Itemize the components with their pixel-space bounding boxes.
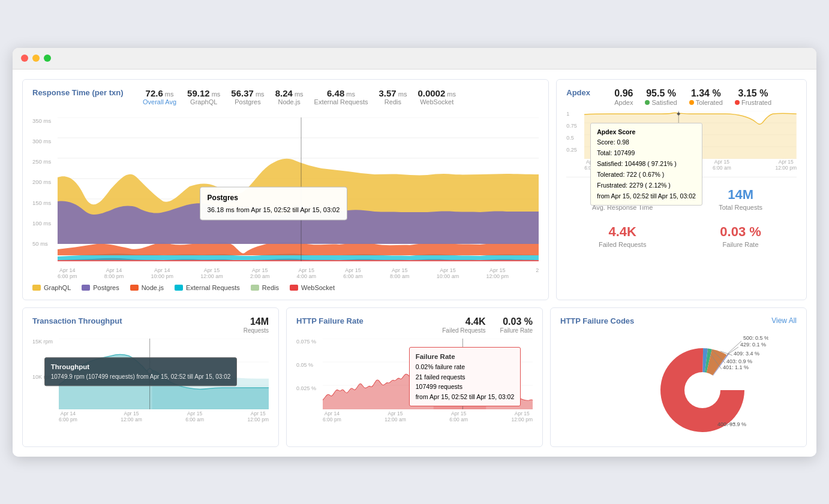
apdex-title: Apdex: [566, 88, 602, 97]
view-all-link[interactable]: View All: [771, 316, 797, 325]
apdex-tolerated-label: Tolerated: [689, 99, 723, 106]
rt-metrics: 72.6 msOverall Avg59.12 msGraphQL56.37 m…: [143, 88, 456, 105]
svg-text:401: 1.1 %: 401: 1.1 %: [723, 364, 749, 370]
apdex-satisfied-label: Satisfied: [645, 99, 677, 106]
x-label: Apr 1510:00 am: [437, 267, 459, 279]
apdex-tooltip-from: from Apr 15, 02:52 till Apr 15, 03:02: [597, 191, 696, 202]
legend-color-postgres: [82, 285, 90, 291]
throughput-label: Requests: [244, 327, 269, 334]
legend-label: GraphQL: [44, 284, 71, 291]
response-time-chart: 350 ms 300 ms 250 ms 200 ms 150 ms 100 m…: [32, 111, 539, 279]
rt-metric: 59.12 msGraphQL: [187, 88, 220, 105]
legend-label: External Requests: [186, 284, 240, 291]
top-row: Response Time (per txn) 72.6 msOverall A…: [22, 79, 807, 300]
apdex-frustrated-value: 3.15 %: [738, 88, 768, 99]
apdex-metric-satisfied: 95.5 % Satisfied: [645, 88, 677, 106]
x-label: Apr 154:00 am: [297, 267, 317, 279]
legend-item: Redis: [251, 284, 279, 291]
minimize-icon[interactable]: [32, 55, 40, 62]
svg-point-29: [684, 372, 720, 408]
x-label: Apr 146:00 pm: [58, 267, 77, 279]
apdex-tooltip-frustrated: Frustrated: 2279 ( 2.12% ): [597, 180, 696, 191]
rt-metric-label: Postgres: [235, 98, 260, 105]
legend-color-external: [175, 285, 183, 291]
failure-rate-tooltip: Failure Rate 0.02% failure rate 21 faile…: [409, 347, 521, 407]
rt-metric-label: WebSocket: [420, 98, 453, 105]
failure-rate-title: HTTP Failure Rate: [296, 316, 364, 325]
throughput-tooltip-title: Throughput: [51, 361, 231, 372]
x-label: Apr 156:00 am: [343, 267, 363, 279]
legend-label: WebSocket: [301, 284, 335, 291]
x-label: Apr 1512:00 am: [200, 267, 223, 279]
legend-item: Postgres: [82, 284, 119, 291]
legend-item: Node.js: [130, 284, 164, 291]
throughput-tooltip-body: 10749.9 rpm (107499 requests) from Apr 1…: [51, 372, 231, 382]
rt-metric-label: GraphQL: [190, 98, 217, 105]
rt-metric: 3.57 msRedis: [379, 88, 407, 105]
failed-requests-stat: 4.4K Failed Requests: [442, 316, 485, 334]
rt-metric-value: 6.48 ms: [327, 88, 355, 98]
legend-label: Node.js: [142, 284, 164, 291]
legend-color-nodejs: [130, 285, 139, 291]
failed-requests-stat-label: Failed Requests: [442, 327, 485, 334]
rt-metric: 8.24 msNode.js: [275, 88, 304, 105]
failure-rate-tooltip-line4: from Apr 15, 02:52 till Apr 15, 03:02: [416, 392, 515, 402]
svg-text:400: 93.9 %: 400: 93.9 %: [717, 421, 746, 427]
svg-text:500: 0.5 %: 500: 0.5 %: [743, 335, 768, 341]
failure-rate-stat-value: 0.03 %: [500, 316, 533, 327]
svg-text:403: 0.9 %: 403: 0.9 %: [726, 358, 752, 364]
close-icon[interactable]: [21, 55, 28, 62]
rt-metric-value: 59.12 ms: [187, 88, 220, 98]
failure-rate-tooltip-title: Failure Rate: [416, 351, 515, 362]
apdex-tolerated-value: 1.34 %: [691, 88, 721, 99]
bottom-row: Transaction Throughput 14M Requests 15K …: [22, 307, 807, 447]
svg-text:409: 3.4 %: 409: 3.4 %: [734, 351, 759, 357]
rt-header: Response Time (per txn) 72.6 msOverall A…: [32, 88, 539, 105]
total-requests-label: Total Requests: [719, 204, 762, 211]
y-label: 100 ms: [32, 220, 55, 227]
apdex-stat-failure-rate: 0.03 % Failure Rate: [684, 221, 797, 252]
rt-metric-label: Overall Avg: [143, 98, 176, 105]
apdex-score-value: 0.96: [614, 88, 633, 99]
rt-metric-label: Redis: [385, 98, 401, 105]
legend-item: WebSocket: [290, 284, 335, 291]
tolerated-dot: [689, 100, 694, 105]
failure-rate-header: HTTP Failure Rate 4.4K Failed Requests 0…: [296, 316, 533, 334]
frustrated-dot: [735, 100, 740, 105]
failure-rate-tooltip-line3: 107499 requests: [416, 382, 515, 392]
y-label: 150 ms: [32, 200, 55, 206]
legend-color-websocket: [290, 285, 298, 291]
x-label: Apr 1410:00 pm: [151, 267, 173, 279]
failure-codes-header: HTTP Failure Codes View All: [560, 316, 797, 325]
throughput-tooltip: Throughput 10749.9 rpm (107499 requests)…: [44, 357, 238, 386]
rt-metric-value: 72.6 ms: [146, 88, 174, 98]
y-label: 300 ms: [32, 138, 55, 144]
failure-rate-label: Failure Rate: [723, 241, 759, 248]
apdex-stat-failed-requests: 4.4K Failed Requests: [566, 221, 678, 252]
apdex-header: Apdex 0.96 Apdex 95.5 % Satisfied: [566, 88, 797, 106]
apdex-panel: Apdex 0.96 Apdex 95.5 % Satisfied: [556, 79, 807, 300]
legend-color-graphql: [32, 285, 41, 291]
response-time-title: Response Time (per txn): [32, 88, 128, 97]
failure-rate-panel: HTTP Failure Rate 4.4K Failed Requests 0…: [286, 307, 543, 447]
rt-metric-value: 3.57 ms: [379, 88, 407, 98]
apdex-tooltip-total: Total: 107499: [597, 148, 696, 159]
maximize-icon[interactable]: [44, 55, 51, 62]
rt-metric: 6.48 msExternal Requests: [314, 88, 368, 105]
x-label: Apr 152:00 am: [250, 267, 270, 279]
failure-codes-panel: HTTP Failure Codes View All: [550, 307, 807, 447]
y-label: 50 ms: [32, 240, 55, 247]
apdex-frustrated-label: Frustrated: [735, 99, 771, 106]
apdex-metric-frustrated: 3.15 % Frustrated: [735, 88, 771, 106]
rt-metric-label: Node.js: [278, 98, 300, 105]
failure-rate-tooltip-line1: 0.02% failure rate: [416, 362, 515, 372]
throughput-header: Transaction Throughput 14M Requests: [32, 316, 269, 334]
apdex-tooltip-satisfied: Satisfied: 104498 ( 97.21% ): [597, 159, 696, 170]
response-time-svg: [58, 117, 539, 261]
x-label: Apr 1512:00 pm: [486, 267, 509, 279]
failed-requests-value: 4.4K: [608, 224, 636, 240]
legend-item: External Requests: [175, 284, 240, 291]
rt-metric: 56.37 msPostgres: [231, 88, 264, 105]
apdex-tooltip-tolerated: Tolerated: 722 ( 0.67% ): [597, 170, 696, 180]
browser-bar: [13, 48, 816, 70]
